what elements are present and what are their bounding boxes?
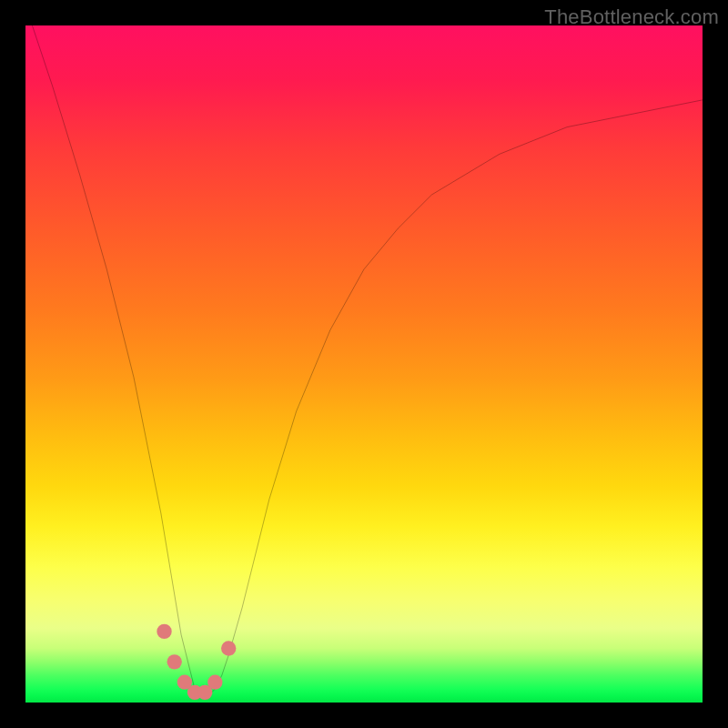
curve-svg [25,25,703,703]
curve-markers [157,624,236,700]
marker-dot [221,641,236,655]
marker-dot [157,624,171,639]
chart-frame: TheBottleneck.com [0,0,728,728]
marker-dot [167,654,181,669]
marker-dot [207,674,222,689]
plot-area [25,25,703,703]
bottleneck-curve [32,25,703,696]
watermark-label: TheBottleneck.com [544,5,719,29]
